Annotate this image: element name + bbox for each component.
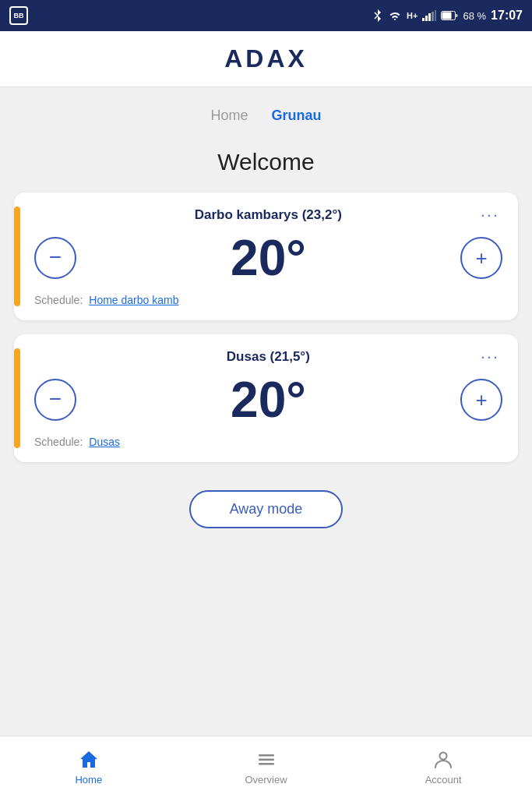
increase-temp-btn-1[interactable]: + [460, 237, 502, 279]
svg-rect-3 [432, 12, 434, 21]
card-accent-2 [14, 348, 20, 448]
card-header-row-1: Darbo kambarys (23,2°) ··· [34, 207, 502, 224]
list-icon [255, 749, 277, 771]
schedule-link-2[interactable]: Dusas [89, 436, 120, 448]
svg-rect-1 [425, 16, 428, 21]
card-accent-1 [14, 207, 20, 306]
card-header-row-2: Dusas (21,5°) ··· [34, 348, 502, 365]
status-bar: BB H+ 68 % 17:07 [0, 0, 532, 31]
signal-type: H+ [407, 11, 417, 20]
device-card-1: Darbo kambarys (23,2°) ··· − 20° + Sched… [14, 192, 518, 320]
nav-label-account: Account [425, 774, 462, 786]
app-header: ADAX [0, 31, 532, 87]
location-tabs: Home Grunau [0, 87, 532, 135]
welcome-heading: Welcome [0, 135, 532, 192]
svg-rect-9 [259, 763, 274, 765]
device-more-btn-1[interactable]: ··· [477, 207, 502, 224]
card-controls-row-1: − 20° + [34, 230, 502, 291]
svg-point-10 [440, 753, 447, 760]
device-name-2: Dusas (21,5°) [59, 349, 477, 365]
device-name-1: Darbo kambarys (23,2°) [59, 207, 477, 223]
clock: 17:07 [491, 9, 523, 23]
app-notification-icon: BB [9, 6, 28, 25]
card-schedule-row-1: Schedule: Home darbo kamb [34, 291, 502, 306]
svg-rect-4 [435, 10, 436, 21]
svg-rect-7 [259, 754, 274, 757]
svg-rect-2 [428, 13, 431, 21]
bottom-nav: Home Overview Account [0, 736, 532, 798]
temperature-display-1: 20° [76, 233, 460, 283]
away-mode-button[interactable]: Away mode [189, 490, 344, 528]
wifi-icon [388, 10, 402, 21]
card-controls-row-2: − 20° + [34, 372, 502, 433]
minus-icon-1: − [49, 246, 62, 268]
decrease-temp-btn-2[interactable]: − [34, 379, 76, 421]
schedule-label-2: Schedule: [34, 436, 83, 448]
card-body-2: Dusas (21,5°) ··· − 20° + Schedule: Dusa… [34, 348, 502, 448]
main-content: Home Grunau Welcome Darbo kambarys (23,2… [0, 87, 532, 736]
tab-grunau[interactable]: Grunau [272, 104, 322, 127]
decrease-temp-btn-1[interactable]: − [34, 237, 76, 279]
svg-rect-6 [442, 12, 452, 19]
away-mode-section: Away mode [0, 476, 532, 536]
nav-item-account[interactable]: Account [354, 736, 532, 798]
plus-icon-2: + [475, 390, 487, 410]
bluetooth-icon [372, 9, 383, 23]
nav-item-home[interactable]: Home [0, 736, 178, 798]
plus-icon-1: + [475, 248, 487, 268]
temperature-display-2: 20° [76, 375, 460, 425]
schedule-link-1[interactable]: Home darbo kamb [89, 294, 178, 306]
device-card-2: Dusas (21,5°) ··· − 20° + Schedule: Dusa… [14, 334, 518, 462]
person-icon [432, 749, 454, 771]
minus-icon-2: − [49, 388, 62, 410]
svg-rect-0 [422, 18, 425, 21]
device-more-btn-2[interactable]: ··· [477, 348, 502, 365]
card-body-1: Darbo kambarys (23,2°) ··· − 20° + Sched… [34, 207, 502, 306]
schedule-label-1: Schedule: [34, 294, 83, 306]
tab-home[interactable]: Home [210, 104, 248, 127]
nav-label-home: Home [75, 774, 102, 786]
status-bar-right: H+ 68 % 17:07 [372, 9, 523, 23]
home-icon [78, 749, 100, 771]
battery-percent: 68 % [463, 10, 486, 22]
battery-icon [441, 11, 458, 20]
nav-item-overview[interactable]: Overview [178, 736, 355, 798]
status-bar-left: BB [9, 6, 28, 25]
svg-rect-8 [259, 759, 274, 761]
card-schedule-row-2: Schedule: Dusas [34, 433, 502, 448]
signal-bars-icon [422, 10, 436, 21]
nav-label-overview: Overview [245, 774, 287, 786]
app-logo: ADAX [224, 44, 308, 73]
increase-temp-btn-2[interactable]: + [460, 379, 502, 421]
